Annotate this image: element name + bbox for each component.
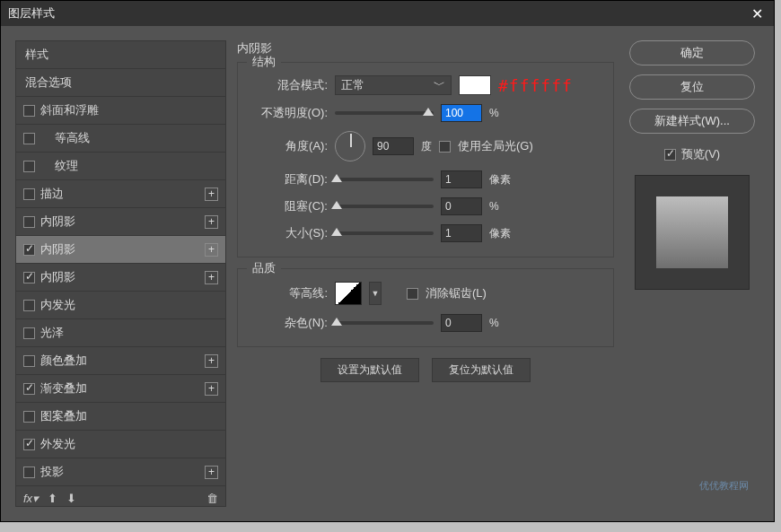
style-item[interactable]: 内阴影+ <box>16 208 225 236</box>
choke-label: 阻塞(C): <box>252 198 328 214</box>
arrow-down-icon[interactable]: ⬇ <box>66 492 76 505</box>
angle-input[interactable] <box>373 137 414 155</box>
add-effect-icon[interactable]: + <box>205 188 218 201</box>
size-label: 大小(S): <box>252 225 328 241</box>
noise-input[interactable] <box>441 314 482 332</box>
contour-swatch[interactable] <box>335 282 362 305</box>
color-annotation: #ffffff <box>498 76 573 95</box>
noise-slider[interactable] <box>335 321 434 325</box>
style-item[interactable]: 外发光 <box>16 431 225 458</box>
blending-options[interactable]: 混合选项 <box>16 69 225 97</box>
add-effect-icon[interactable]: + <box>205 382 218 396</box>
arrow-up-icon[interactable]: ⬆ <box>48 492 57 505</box>
style-label: 光泽 <box>40 325 64 341</box>
layer-style-dialog: 图层样式 ✕ 样式 混合选项 斜面和浮雕等高线纹理描边+内阴影+内阴影+内阴影+… <box>0 0 775 522</box>
distance-slider[interactable] <box>335 178 434 181</box>
style-item[interactable]: 描边+ <box>16 180 225 208</box>
style-label: 描边 <box>40 186 64 202</box>
ok-button[interactable]: 确定 <box>629 40 755 65</box>
opacity-label: 不透明度(O): <box>252 105 328 121</box>
style-label: 斜面和浮雕 <box>40 102 99 118</box>
add-effect-icon[interactable]: + <box>205 271 218 284</box>
style-label: 内阴影 <box>40 214 75 230</box>
style-checkbox[interactable] <box>23 439 35 450</box>
styles-footer: fx▾ ⬆ ⬇ 🗑 <box>16 486 225 510</box>
style-item[interactable]: 内发光 <box>16 292 225 319</box>
opacity-input[interactable] <box>441 104 482 122</box>
size-slider[interactable] <box>335 231 434 235</box>
preview-checkbox[interactable] <box>664 149 676 161</box>
angle-dial[interactable] <box>335 131 365 161</box>
antialias-label: 消除锯齿(L) <box>426 285 487 301</box>
trash-icon[interactable]: 🗑 <box>206 492 218 505</box>
style-checkbox[interactable] <box>23 272 35 283</box>
style-item[interactable]: 纹理 <box>16 153 225 180</box>
contour-dropdown[interactable]: ▼ <box>369 282 382 305</box>
add-effect-icon[interactable]: + <box>205 243 218 257</box>
new-style-button[interactable]: 新建样式(W)... <box>629 109 755 134</box>
style-checkbox[interactable] <box>23 133 35 144</box>
color-swatch[interactable] <box>459 75 491 95</box>
choke-slider[interactable] <box>335 205 434 208</box>
preview-label: 预览(V) <box>681 146 720 162</box>
style-item[interactable]: 投影+ <box>16 458 225 486</box>
style-item[interactable]: 等高线 <box>16 125 225 153</box>
titlebar: 图层样式 ✕ <box>1 1 774 26</box>
style-label: 等高线 <box>40 130 90 146</box>
action-panel: 确定 复位 新建样式(W)... 预览(V) <box>625 40 759 507</box>
style-label: 图案叠加 <box>40 408 87 424</box>
blend-mode-select[interactable]: 正常 ﹀ <box>335 75 452 95</box>
size-input[interactable] <box>441 224 482 242</box>
style-checkbox[interactable] <box>23 383 35 395</box>
distance-label: 距离(D): <box>252 171 328 188</box>
style-label: 渐变叠加 <box>40 380 87 397</box>
style-item[interactable]: 内阴影+ <box>16 264 225 292</box>
style-label: 颜色叠加 <box>40 353 87 369</box>
style-checkbox[interactable] <box>23 105 35 117</box>
style-checkbox[interactable] <box>23 467 35 478</box>
style-item[interactable]: 内阴影+ <box>16 236 225 264</box>
style-label: 投影 <box>40 464 64 480</box>
make-default-button[interactable]: 设置为默认值 <box>320 358 419 382</box>
style-checkbox[interactable] <box>23 161 35 172</box>
add-effect-icon[interactable]: + <box>205 466 218 479</box>
add-effect-icon[interactable]: + <box>205 354 218 368</box>
close-icon[interactable]: ✕ <box>748 5 767 22</box>
distance-input[interactable] <box>441 170 482 188</box>
style-item[interactable]: 图案叠加 <box>16 403 225 431</box>
noise-label: 杂色(N): <box>252 315 328 331</box>
style-checkbox[interactable] <box>23 327 35 339</box>
style-item[interactable]: 颜色叠加+ <box>16 347 225 375</box>
settings-panel: 内阴影 结构 混合模式: 正常 ﹀ #ffffff 不透明度(O): % <box>237 40 614 507</box>
angle-label: 角度(A): <box>252 138 328 154</box>
section-title: 内阴影 <box>237 40 614 57</box>
dialog-title: 图层样式 <box>8 5 55 22</box>
add-effect-icon[interactable]: + <box>205 215 218 229</box>
style-item[interactable]: 斜面和浮雕 <box>16 97 225 125</box>
style-item[interactable]: 光泽 <box>16 319 225 347</box>
global-light-checkbox[interactable] <box>439 141 451 153</box>
style-checkbox[interactable] <box>23 300 35 311</box>
quality-legend: 品质 <box>247 260 281 276</box>
preview-thumbnail <box>635 175 750 290</box>
style-checkbox[interactable] <box>23 188 35 200</box>
style-label: 内阴影 <box>40 241 75 257</box>
reset-default-button[interactable]: 复位为默认值 <box>432 358 531 382</box>
style-label: 内发光 <box>40 297 75 313</box>
choke-input[interactable] <box>441 197 482 215</box>
blend-mode-label: 混合模式: <box>252 77 328 93</box>
chevron-down-icon: ▼ <box>372 289 380 298</box>
style-checkbox[interactable] <box>23 411 35 423</box>
style-checkbox[interactable] <box>23 244 35 256</box>
style-checkbox[interactable] <box>23 216 35 228</box>
fx-icon[interactable]: fx▾ <box>23 492 39 505</box>
dialog-content: 样式 混合选项 斜面和浮雕等高线纹理描边+内阴影+内阴影+内阴影+内发光光泽颜色… <box>1 26 774 521</box>
cancel-button[interactable]: 复位 <box>629 74 755 100</box>
opacity-slider[interactable] <box>335 111 434 115</box>
watermark: 优优教程网 <box>699 479 749 493</box>
style-item[interactable]: 渐变叠加+ <box>16 375 225 403</box>
style-checkbox[interactable] <box>23 355 35 367</box>
structure-legend: 结构 <box>247 54 281 70</box>
antialias-checkbox[interactable] <box>407 288 418 300</box>
style-label: 纹理 <box>40 158 78 174</box>
